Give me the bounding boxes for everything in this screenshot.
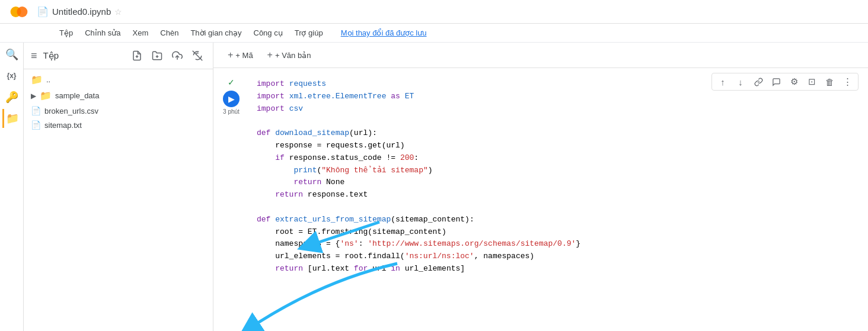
doc-title-area: 📄 Untitled0.ipynb ☆ (37, 6, 122, 17)
file-tree-item-sample-data[interactable]: ▶ 📁 sample_data (24, 88, 213, 104)
search-icon-btn[interactable]: 🔍 (2, 45, 21, 64)
run-cell-btn[interactable]: ▶ (223, 91, 240, 107)
add-code-label: + Mã (235, 51, 253, 60)
menu-tep[interactable]: Tệp (53, 26, 79, 40)
code-content: import requests import xml.etree.Element… (257, 78, 860, 275)
menu-tro-giup[interactable]: Trợ giúp (289, 26, 329, 40)
folder-up-icon: 📁 (31, 74, 43, 85)
folder-icon: 📁 (40, 90, 52, 101)
saved-status: Mọi thay đổi đã được lưu (335, 26, 433, 40)
add-text-label: + Văn bản (275, 51, 311, 60)
variables-icon-btn[interactable]: {x} (2, 66, 21, 85)
plus-text-icon: + (267, 50, 273, 60)
hamburger-icon[interactable]: ≡ (31, 50, 37, 62)
key-icon-btn[interactable]: 🔑 (2, 88, 21, 107)
item-label: .. (46, 75, 50, 84)
file-tree-item-sitemap[interactable]: 📄 sitemap.txt (24, 118, 213, 132)
code-cell: ✓ ▶ 3 phút import requests import xml.et… (213, 68, 868, 285)
cell-gutter: ✓ ▶ 3 phút (213, 73, 249, 281)
menubar: Tệp Chỉnh sửa Xem Chèn Thời gian chạy Cô… (0, 24, 868, 43)
item-label: sample_data (55, 91, 99, 100)
sidebar-header: ≡ Tệp (24, 43, 213, 69)
cell-check-mark: ✓ (228, 78, 235, 87)
item-label: broken_urls.csv (44, 107, 98, 115)
sidebar-title: Tệp (43, 50, 59, 61)
editor-area: + + Mã + + Văn bản ↑ ↓ (213, 43, 868, 331)
file-icon: 📄 (31, 106, 41, 115)
file-icon-txt: 📄 (31, 120, 41, 130)
titlebar: 📄 Untitled0.ipynb ☆ (0, 0, 868, 24)
file-tree-item-broken-urls[interactable]: 📄 broken_urls.csv (24, 104, 213, 118)
cell-exec-time: 3 phút (223, 108, 240, 115)
menu-thoi-gian-chay[interactable]: Thời gian chạy (184, 26, 247, 40)
drive-icon: 📄 (37, 6, 49, 17)
editor-toolbar: + + Mã + + Văn bản (213, 43, 868, 68)
new-folder-btn[interactable] (149, 47, 165, 64)
item-label: sitemap.txt (44, 121, 82, 130)
menu-chinh-sua[interactable]: Chỉnh sửa (79, 26, 126, 40)
svg-line-7 (193, 51, 203, 61)
menu-cong-cu[interactable]: Công cụ (248, 26, 289, 40)
sidebar: ≡ Tệp (24, 43, 213, 331)
folder-icon-btn[interactable]: 📁 (2, 109, 21, 128)
sidebar-header-buttons (129, 47, 206, 64)
add-text-button[interactable]: + + Văn bản (263, 47, 316, 63)
file-tree: 📁 .. ▶ 📁 sample_data 📄 broken_urls.csv 📄… (24, 69, 213, 331)
left-icon-strip: 🔍 {x} 🔑 📁 (0, 43, 24, 331)
star-icon[interactable]: ☆ (114, 7, 122, 17)
tree-chevron: ▶ (31, 92, 36, 100)
doc-title[interactable]: Untitled0.ipynb (52, 7, 111, 17)
upload-btn[interactable] (169, 47, 186, 64)
new-file-btn[interactable] (129, 47, 145, 64)
colab-logo (7, 0, 31, 24)
plus-icon: + (228, 50, 233, 60)
editor-content[interactable]: ↑ ↓ ⚙ ⊡ 🗑 ⋮ (213, 68, 868, 331)
menu-xem[interactable]: Xem (127, 26, 155, 40)
refresh-btn[interactable] (189, 47, 206, 64)
svg-point-1 (17, 7, 27, 17)
cell-body[interactable]: import requests import xml.etree.Element… (249, 73, 868, 281)
file-tree-item-dotdot[interactable]: 📁 .. (24, 72, 213, 88)
add-code-button[interactable]: + + Mã (223, 47, 258, 63)
main-layout: 🔍 {x} 🔑 📁 ≡ Tệp (0, 43, 868, 331)
menu-chen[interactable]: Chèn (154, 26, 184, 40)
